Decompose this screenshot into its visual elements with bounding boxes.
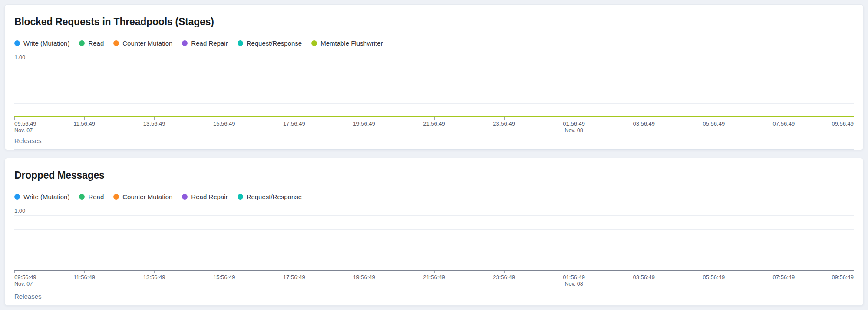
legend-label: Write (Mutation) — [23, 193, 69, 200]
tick-time: 23:56:49 — [493, 120, 515, 127]
legend-item[interactable]: Counter Mutation — [113, 193, 172, 200]
tick-mark — [504, 117, 505, 120]
tick-label: 03:56:49 — [633, 274, 655, 280]
x-axis: 09:56:49Nov. 0711:56:4913:56:4915:56:491… — [14, 117, 854, 136]
tick-label: 03:56:49 — [633, 120, 655, 127]
tick-label: 19:56:49 — [353, 274, 375, 280]
legend-item[interactable]: Read Repair — [182, 40, 228, 47]
gridline — [14, 243, 854, 243]
tick-mark — [434, 117, 435, 120]
legend-item[interactable]: Write (Mutation) — [14, 193, 69, 200]
tick-label: 23:56:49 — [493, 274, 515, 280]
tick-time: 01:56:49 — [563, 274, 585, 280]
panel-title: Blocked Requests in Threadpools (Stages) — [14, 16, 856, 28]
tick-label: 21:56:49 — [423, 274, 445, 280]
legend-label: Read — [88, 40, 104, 47]
tick-label: 07:56:49 — [773, 274, 795, 280]
tick-time: 13:56:49 — [143, 274, 165, 280]
tick-mark — [644, 271, 644, 273]
tick-mark — [784, 271, 784, 273]
legend-item[interactable]: Counter Mutation — [113, 40, 172, 47]
tick-label: 07:56:49 — [773, 120, 795, 127]
tick-time: 09:56:49 — [832, 274, 854, 280]
tick-time: 11:56:49 — [73, 274, 95, 280]
tick-time: 05:56:49 — [703, 120, 725, 127]
tick-label: 01:56:49Nov. 08 — [563, 120, 585, 133]
plot-area[interactable] — [14, 62, 854, 117]
legend-item[interactable]: Read — [79, 40, 104, 47]
tick-mark — [14, 271, 15, 273]
legend-item[interactable]: Request/Response — [238, 40, 302, 47]
releases-row: Releases — [14, 292, 854, 305]
tick-mark — [84, 117, 85, 120]
legend-dot-icon — [182, 40, 188, 46]
tick-time: 21:56:49 — [423, 274, 445, 280]
zero-value-series-line — [14, 270, 854, 270]
tick-mark — [14, 117, 15, 120]
tick-time: 13:56:49 — [143, 120, 165, 127]
tick-time: 19:56:49 — [353, 120, 375, 127]
tick-time: 01:56:49 — [563, 120, 585, 127]
tick-mark — [854, 271, 854, 273]
gridline — [14, 215, 854, 216]
chart-panel-1: Dropped MessagesWrite (Mutation)ReadCoun… — [4, 158, 864, 306]
legend-label: Memtable Flushwriter — [320, 40, 383, 47]
tick-mark — [224, 271, 224, 273]
legend: Write (Mutation)ReadCounter MutationRead… — [14, 40, 856, 47]
dashboard: Blocked Requests in Threadpools (Stages)… — [0, 4, 868, 306]
tick-mark — [364, 117, 364, 120]
tick-time: 19:56:49 — [353, 274, 375, 280]
tick-sub-label: Nov. 08 — [563, 127, 585, 133]
tick-label: 23:56:49 — [493, 120, 515, 127]
tick-mark — [714, 271, 714, 273]
tick-time: 21:56:49 — [423, 120, 445, 127]
tick-label: 09:56:49 — [832, 274, 854, 280]
legend-item[interactable]: Read — [79, 193, 104, 200]
legend-dot-icon — [113, 194, 119, 200]
legend-dot-icon — [238, 40, 243, 46]
tick-mark — [504, 271, 505, 273]
tick-sub-label: Nov. 07 — [14, 281, 36, 287]
gridline — [14, 90, 854, 90]
tick-time: 07:56:49 — [773, 274, 795, 280]
tick-label: 17:56:49 — [283, 274, 305, 280]
legend-item[interactable]: Write (Mutation) — [14, 40, 69, 47]
legend-label: Read Repair — [191, 40, 228, 47]
legend-label: Request/Response — [247, 40, 302, 47]
tick-time: 03:56:49 — [633, 120, 655, 127]
gridline — [14, 76, 854, 76]
legend-dot-icon — [79, 40, 85, 46]
legend-label: Counter Mutation — [122, 193, 172, 200]
tick-label: 09:56:49 — [832, 120, 854, 127]
tick-time: 11:56:49 — [73, 120, 95, 127]
tick-time: 07:56:49 — [773, 120, 795, 127]
y-axis-top-label: 1.00 — [14, 207, 856, 214]
legend-dot-icon — [14, 40, 20, 46]
tick-mark — [644, 117, 644, 120]
y-axis-top-label: 1.00 — [14, 54, 856, 60]
tick-time: 17:56:49 — [283, 120, 305, 127]
chart-panel-0: Blocked Requests in Threadpools (Stages)… — [4, 4, 864, 150]
tick-mark — [364, 271, 364, 273]
legend-item[interactable]: Read Repair — [182, 193, 228, 200]
tick-time: 03:56:49 — [633, 274, 655, 280]
tick-label: 13:56:49 — [143, 120, 165, 127]
tick-time: 15:56:49 — [213, 274, 235, 280]
tick-mark — [84, 271, 85, 273]
legend-dot-icon — [311, 40, 317, 46]
tick-mark — [294, 117, 294, 120]
panel-title: Dropped Messages — [14, 170, 856, 181]
tick-time: 05:56:49 — [703, 274, 725, 280]
releases-link[interactable]: Releases — [14, 292, 43, 303]
legend-label: Read — [88, 193, 104, 200]
tick-label: 17:56:49 — [283, 120, 305, 127]
x-axis: 09:56:49Nov. 0711:56:4913:56:4915:56:491… — [14, 271, 854, 289]
gridline — [14, 103, 854, 104]
tick-label: 05:56:49 — [703, 120, 725, 127]
legend-label: Request/Response — [247, 193, 302, 200]
releases-link[interactable]: Releases — [14, 136, 43, 147]
tick-sub-label: Nov. 07 — [14, 127, 36, 133]
plot-area[interactable] — [14, 215, 854, 271]
legend-item[interactable]: Memtable Flushwriter — [311, 40, 383, 47]
legend-item[interactable]: Request/Response — [238, 193, 302, 200]
